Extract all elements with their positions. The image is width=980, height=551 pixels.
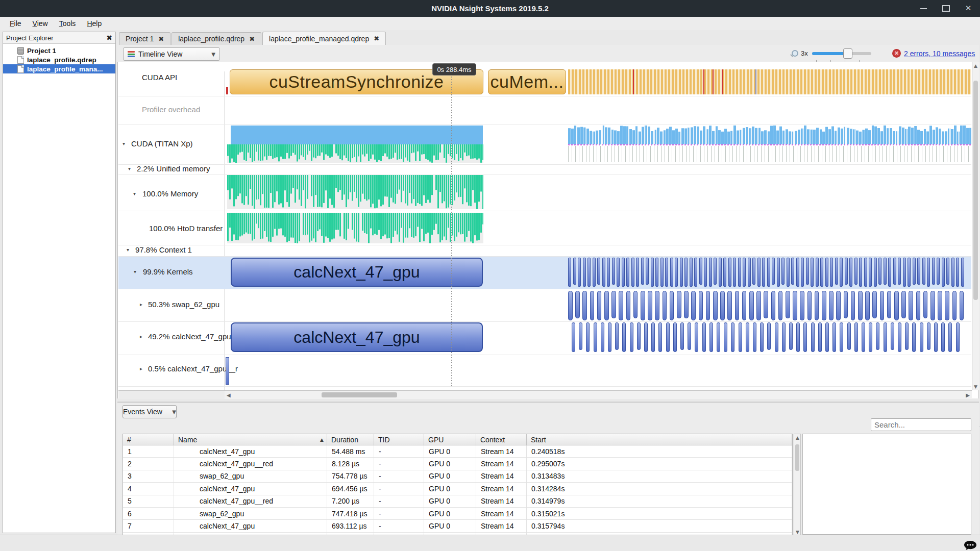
calcnext-kernel-bars[interactable] (912, 322, 916, 352)
kernel-bar-strip[interactable] (864, 258, 867, 287)
swap-kernel-bars[interactable] (699, 291, 703, 320)
calcnext-kernel-bars[interactable] (869, 322, 872, 352)
kernel-bar-strip[interactable] (956, 258, 959, 287)
swap-kernel-bars[interactable] (633, 291, 638, 318)
column-header-gpu[interactable]: GPU (424, 434, 476, 445)
calcnext-kernel-bars[interactable] (789, 322, 793, 350)
calcnext-kernel-bars[interactable] (637, 322, 641, 350)
calcnext-kernel-bars[interactable] (862, 322, 865, 352)
scroll-up-icon[interactable]: ▲ (974, 63, 977, 68)
kernel-bar-strip[interactable] (893, 258, 896, 285)
calcnext-kernel-bars[interactable] (934, 322, 938, 352)
swap-kernel-bars[interactable] (829, 291, 834, 320)
menu-tools[interactable]: Tools (55, 18, 81, 29)
kernel-bar-strip[interactable] (869, 258, 872, 287)
swap-kernel-bars[interactable] (677, 291, 681, 318)
kernel-bar-strip[interactable] (932, 258, 935, 285)
calcnext-kernel-bars[interactable] (884, 322, 887, 352)
kernel-bar-strip[interactable] (743, 258, 746, 287)
calcnext-kernel-bars[interactable] (898, 322, 901, 352)
kernel-bar-strip[interactable] (840, 258, 843, 287)
table-row[interactable]: 4calcNext_47_gpu694.456 µs-GPU 0Stream 1… (123, 483, 792, 495)
swap-kernel-bars[interactable] (611, 291, 616, 318)
swap-kernel-bars[interactable] (923, 291, 928, 318)
calcnext-kernel-bars[interactable] (891, 322, 894, 350)
swap-kernel-bars[interactable] (916, 291, 921, 320)
kernel-bar-strip[interactable] (612, 258, 615, 285)
column-header-num[interactable]: # (123, 434, 174, 445)
kernel-bar-strip[interactable] (748, 258, 751, 287)
kernel-bar-strip[interactable] (922, 258, 925, 285)
close-button[interactable]: ✕ (964, 4, 973, 13)
scrollbar-thumb[interactable] (795, 444, 799, 471)
swap-kernel-bars[interactable] (720, 291, 725, 320)
errors-messages-link[interactable]: 2 errors, 10 messages (904, 49, 975, 58)
kernel-bar-strip[interactable] (787, 258, 790, 287)
swap-kernel-bars[interactable] (945, 291, 949, 320)
scroll-left-icon[interactable]: ◀ (227, 392, 231, 398)
kernel-bar-strip[interactable] (791, 258, 794, 285)
swap-kernel-bars[interactable] (604, 291, 609, 320)
kernel-bar-strip[interactable] (738, 258, 741, 287)
calcnext-kernel-bars[interactable] (847, 322, 851, 350)
tab-2[interactable]: laplace_profile_managed.qdrep✖ (262, 32, 386, 45)
calcnext-kernel-bars[interactable] (622, 322, 626, 352)
row-collapse-icon[interactable]: ▾ (127, 247, 129, 253)
calcnext-kernel-bars[interactable] (782, 322, 786, 352)
swap-kernel-bars[interactable] (930, 291, 935, 320)
scroll-up-icon[interactable]: ▲ (796, 435, 799, 440)
tab-close-icon[interactable]: ✖ (158, 35, 164, 43)
calcnext-kernel-bars[interactable] (739, 322, 742, 352)
minimize-button[interactable] (919, 4, 928, 13)
swap-kernel-bars[interactable] (655, 291, 659, 320)
calcnext-kernel-bars[interactable] (956, 322, 960, 352)
slider-thumb[interactable] (843, 48, 852, 59)
swap-kernel-bars[interactable] (865, 291, 870, 320)
kernel-bar-strip[interactable] (680, 258, 683, 287)
calcnext-kernel-bars[interactable] (717, 322, 720, 352)
chat-bubble-icon[interactable] (964, 540, 977, 550)
calcnext-kernel-bars[interactable] (818, 322, 822, 352)
view-selector-dropdown[interactable]: Timeline View ▼ (123, 47, 220, 61)
scroll-down-icon[interactable]: ▼ (796, 530, 799, 535)
swap-kernel-bars[interactable] (735, 291, 740, 320)
timeline-row-label[interactable]: CUDA (TITAN Xp) (131, 139, 193, 148)
swap-kernel-bars[interactable] (822, 291, 826, 320)
kernel-bar-strip[interactable] (578, 258, 581, 287)
kernel-bar-strip[interactable] (937, 258, 940, 285)
swap-kernel-bars[interactable] (764, 291, 768, 318)
row-expand-icon[interactable]: ▸ (140, 334, 142, 339)
kernel-bar-strip[interactable] (835, 258, 838, 285)
timeline-row-label[interactable]: 97.8% Context 1 (135, 245, 192, 254)
column-header-context[interactable]: Context (476, 434, 527, 445)
kernel-bar-strip[interactable] (884, 258, 887, 285)
swap-kernel-bars[interactable] (706, 291, 710, 320)
kernel-bar-strip[interactable] (684, 258, 688, 287)
kernel-bar-strip[interactable] (641, 258, 644, 285)
calcnext-kernel-bars[interactable] (586, 322, 590, 352)
swap-kernel-bars[interactable] (648, 291, 652, 320)
table-row[interactable]: 1calcNext_47_gpu54.488 ms-GPU 0Stream 14… (123, 445, 792, 458)
zoom-slider[interactable] (812, 48, 871, 59)
search-input[interactable] (871, 420, 979, 429)
calcnext-kernel-bars[interactable] (688, 322, 691, 350)
kernel-bar-strip[interactable] (723, 258, 726, 287)
kernel-bar-strip[interactable] (733, 258, 736, 287)
events-table-scrollbar[interactable]: ▲ ▼ (794, 434, 801, 536)
menu-help[interactable]: Help (82, 18, 106, 29)
kernel-bar-strip[interactable] (927, 258, 930, 287)
calcnext-kernel-bars[interactable] (832, 322, 836, 352)
kernel-bar[interactable] (226, 357, 229, 385)
kernel-bar-strip[interactable] (670, 258, 673, 287)
column-header-duration[interactable]: Duration (327, 434, 374, 445)
tab-close-icon[interactable]: ✖ (374, 35, 379, 42)
calcnext-kernel-bars[interactable] (680, 322, 684, 350)
tab-0[interactable]: Project 1✖ (119, 32, 170, 45)
kernel-bar-strip[interactable] (772, 258, 775, 285)
swap-kernel-bars[interactable] (872, 291, 877, 318)
swap-kernel-bars[interactable] (742, 291, 747, 320)
api-call-stripes[interactable] (568, 69, 971, 94)
row-expand-icon[interactable]: ▸ (140, 366, 142, 371)
device-utilization-bar[interactable] (231, 126, 483, 144)
row-collapse-icon[interactable]: ▾ (134, 269, 136, 274)
